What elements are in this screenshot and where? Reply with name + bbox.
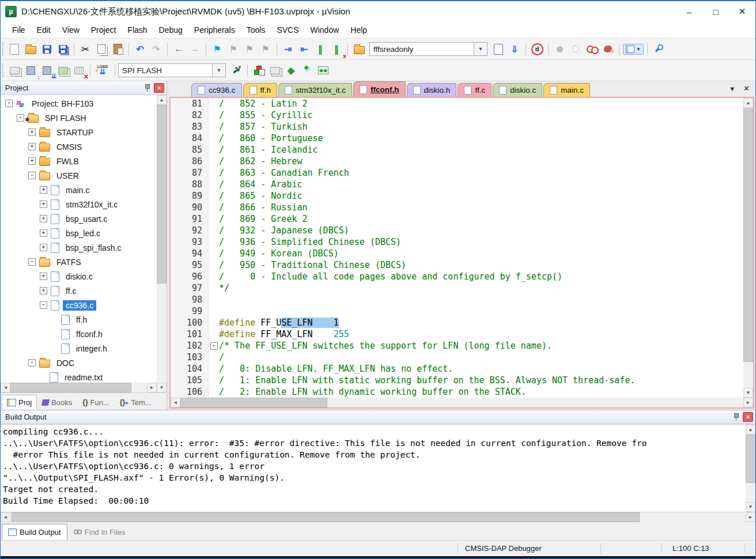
- code-line-104[interactable]: 104/ 0: Disable LFN. FF_MAX_LFN has no e…: [171, 363, 743, 375]
- scroll-down-icon[interactable]: ▼: [746, 502, 755, 512]
- editor-vertical-scrollbar[interactable]: ▲ ▼: [743, 98, 753, 398]
- editor-tab-diskio-h[interactable]: diskio.h: [407, 83, 457, 97]
- build-output-horizontal-scrollbar[interactable]: ◄ ►: [1, 512, 755, 522]
- scroll-left-icon[interactable]: ◄: [171, 398, 180, 407]
- scrollbar-thumb[interactable]: [746, 435, 755, 483]
- close-document-icon[interactable]: ✕: [743, 84, 750, 93]
- expand-toggle-icon[interactable]: +: [40, 287, 47, 294]
- redo-icon[interactable]: ↷: [149, 41, 164, 56]
- pin-icon[interactable]: [144, 84, 150, 92]
- tree-item-fatfs[interactable]: -FATFS: [1, 255, 157, 269]
- rebuild-icon[interactable]: ⇊: [39, 63, 54, 78]
- target-options-icon[interactable]: [229, 63, 244, 78]
- build-output-vertical-scrollbar[interactable]: ▲ ▼: [746, 425, 755, 512]
- tree-item-bsp-led-c[interactable]: +bsp_led.c: [1, 226, 157, 240]
- find-text-combo[interactable]: fffsreadonly: [369, 42, 474, 56]
- panel-tab-fun[interactable]: {}Fun...: [77, 395, 115, 410]
- tree-item-ffconf-h[interactable]: ffconf.h: [1, 327, 157, 341]
- menu-svcs[interactable]: SVCS: [271, 23, 304, 37]
- translate-icon[interactable]: [7, 63, 22, 78]
- code-line-95[interactable]: 95/ 950 - Traditional Chinese (DBCS): [171, 259, 743, 271]
- indent-icon[interactable]: ⇥: [281, 41, 296, 56]
- close-button[interactable]: ✕: [729, 2, 755, 21]
- editor-tab-ff-h[interactable]: ff.h: [243, 83, 278, 97]
- open-file-icon[interactable]: [23, 41, 38, 56]
- expand-toggle-icon[interactable]: +: [28, 129, 36, 136]
- tree-item-startup[interactable]: +STARTUP: [1, 125, 157, 139]
- expand-toggle-icon[interactable]: +: [40, 273, 47, 280]
- uncomment-icon[interactable]: ∥x: [329, 41, 344, 56]
- bottom-tab-build-output[interactable]: Build Output: [2, 524, 67, 540]
- clear-bookmarks-icon[interactable]: ⚑: [258, 41, 273, 56]
- code-line-96[interactable]: 96/ 0 - Include all code pages above and…: [171, 271, 743, 282]
- resize-grip[interactable]: ⋰: [745, 541, 755, 556]
- tree-item-ff-c[interactable]: +ff.c: [1, 284, 157, 298]
- panel-tab-books[interactable]: Books: [37, 395, 77, 410]
- panel-tab-tem[interactable]: {}▸Tem...: [115, 395, 157, 410]
- code-line-92[interactable]: 92/ 932 - Japanese (DBCS): [171, 225, 743, 236]
- scroll-down-icon[interactable]: ▼: [743, 388, 753, 398]
- batch-build-icon[interactable]: [55, 63, 70, 78]
- expand-toggle-icon[interactable]: -: [40, 301, 47, 309]
- find-in-files-icon[interactable]: [351, 41, 366, 56]
- tree-item-project-bh-f103[interactable]: -Project: BH-F103: [1, 96, 157, 111]
- tab-list-dropdown-icon[interactable]: ▼: [729, 85, 735, 92]
- disable-all-breakpoints-icon[interactable]: [584, 41, 599, 56]
- scrollbar-thumb[interactable]: [157, 105, 167, 284]
- scroll-right-icon[interactable]: ►: [746, 512, 755, 522]
- code-line-82[interactable]: 82/ 855 - Cyrillic: [171, 109, 743, 121]
- code-line-88[interactable]: 88/ 864 - Arabic: [171, 179, 743, 190]
- expand-toggle-icon[interactable]: -: [28, 172, 36, 179]
- undo-icon[interactable]: ↶: [133, 41, 148, 56]
- manage-project-items-icon[interactable]: [251, 63, 266, 78]
- code-line-103[interactable]: 103/: [171, 352, 743, 363]
- editor-tab-main-c[interactable]: main.c: [543, 83, 590, 97]
- tree-item-diskio-c[interactable]: +diskio.c: [1, 269, 157, 284]
- expand-toggle-icon[interactable]: +: [40, 186, 47, 194]
- tree-item-spi-flash[interactable]: -SPI FLASH: [1, 111, 157, 125]
- scrollbar-thumb[interactable]: [12, 512, 640, 522]
- bottom-tab-find-in-files[interactable]: Find In Files: [67, 524, 132, 540]
- code-line-97[interactable]: 97*/: [171, 282, 743, 294]
- tree-item-doc[interactable]: -DOC: [1, 356, 157, 370]
- code-line-101[interactable]: 101#define FF_MAX_LFN 255: [171, 328, 743, 340]
- save-all-icon[interactable]: [55, 41, 70, 56]
- find-combo-dropdown[interactable]: ▼: [474, 42, 487, 56]
- tree-item-bsp-spi-flash-c[interactable]: +bsp_spi_flash.c: [1, 240, 157, 255]
- project-tree-horizontal-scrollbar[interactable]: ◄ ► ▼: [1, 383, 167, 392]
- scrollbar-thumb[interactable]: [743, 108, 753, 362]
- code-line-106[interactable]: 106/ 2: Enable LFN with dynamic working …: [171, 386, 743, 398]
- code-line-84[interactable]: 84/ 860 - Portuguese: [171, 133, 743, 144]
- find-all-references-icon[interactable]: d: [530, 41, 545, 56]
- enable-breakpoint-icon[interactable]: [568, 41, 583, 56]
- expand-toggle-icon[interactable]: +: [40, 215, 47, 222]
- scroll-up-icon[interactable]: ▲: [157, 95, 167, 105]
- maximize-button[interactable]: □: [702, 2, 729, 21]
- unindent-icon[interactable]: ⇤: [297, 41, 312, 56]
- menu-help[interactable]: Help: [345, 23, 373, 37]
- code-line-93[interactable]: 93/ 936 - Simplified Chinese (DBCS): [171, 236, 743, 248]
- tree-item-fwlb[interactable]: +FWLB: [1, 154, 157, 168]
- save-icon[interactable]: [39, 41, 54, 56]
- expand-toggle-icon[interactable]: -: [17, 114, 24, 122]
- editor-tab-diskio-c[interactable]: diskio.c: [493, 83, 542, 97]
- menu-project[interactable]: Project: [85, 23, 122, 37]
- code-line-87[interactable]: 87/ 863 - Canadian French: [171, 167, 743, 179]
- editor-tab-stm32f10x-it-c[interactable]: stm32f10x_it.c: [278, 83, 352, 97]
- scroll-right-icon[interactable]: ►: [147, 383, 157, 392]
- project-panel-close-icon[interactable]: ✕: [154, 83, 164, 93]
- tree-item-integer-h[interactable]: integer.h: [1, 341, 157, 356]
- multi-project-icon[interactable]: [267, 63, 282, 78]
- code-line-105[interactable]: 105/ 1: Enable LFN with static working b…: [171, 375, 743, 386]
- run-time-environment-icon[interactable]: ◆: [284, 63, 298, 78]
- scroll-up-icon[interactable]: ▲: [743, 98, 753, 108]
- configure-icon[interactable]: [651, 41, 666, 56]
- menu-edit[interactable]: Edit: [31, 23, 56, 37]
- scroll-right-icon[interactable]: ►: [743, 398, 753, 407]
- panel-tab-proj[interactable]: Proj: [2, 395, 37, 410]
- navigate-forward-icon[interactable]: →: [187, 41, 202, 56]
- code-line-89[interactable]: 89/ 865 - Nordic: [171, 190, 743, 202]
- code-line-102[interactable]: 102-/* The FF_USE_LFN switches the suppo…: [171, 340, 743, 352]
- code-line-98[interactable]: 98: [171, 294, 743, 305]
- tree-item-bsp-usart-c[interactable]: +bsp_usart.c: [1, 211, 157, 226]
